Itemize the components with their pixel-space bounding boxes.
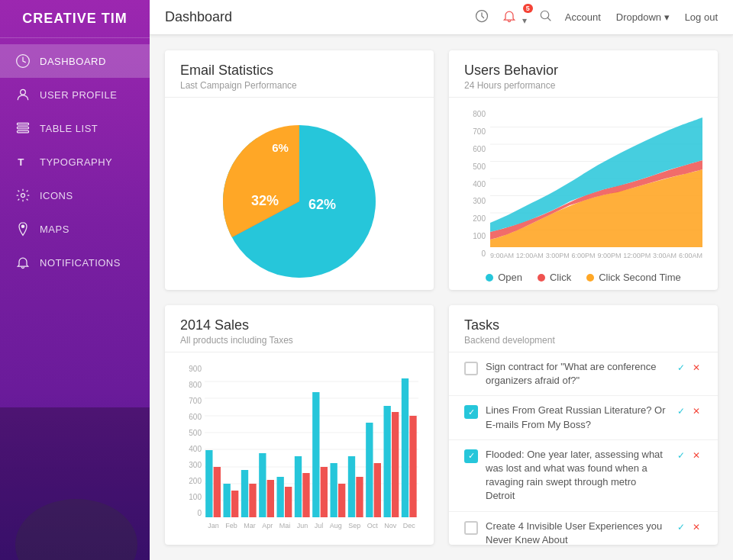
main-area: Dashboard 5 ▾: [150, 0, 733, 560]
sidebar-item-user-profile[interactable]: User Profile: [0, 78, 150, 111]
svg-rect-42: [302, 473, 309, 517]
task-1-checkbox[interactable]: [464, 362, 478, 375]
users-behavior-header: Users Behavior 24 Hours performance: [449, 50, 718, 98]
svg-rect-41: [295, 456, 302, 517]
sidebar-item-dashboard[interactable]: Dashboard: [0, 44, 150, 78]
sidebar-item-notifications[interactable]: Notifications: [0, 246, 150, 279]
svg-rect-31: [205, 450, 212, 517]
legend-open-b: Open: [486, 272, 522, 283]
svg-rect-36: [249, 484, 256, 517]
users-behavior-body: 0 100 200 300 400 500 600 700 800: [449, 98, 718, 290]
tasks-title: Tasks: [464, 317, 702, 333]
task-1-delete-button[interactable]: ✕: [690, 362, 702, 374]
list-icon: [15, 121, 31, 136]
tasks-list: Sign contract for "What are conference o…: [449, 352, 718, 545]
task-4-edit-button[interactable]: ✓: [675, 521, 687, 533]
legend-click-second-dot: [586, 274, 594, 282]
notification-bell-icon[interactable]: 5 ▾: [502, 8, 526, 27]
task-2-edit-button[interactable]: ✓: [675, 405, 687, 417]
content-area: Email Statistics Last Campaign Performan…: [150, 35, 733, 560]
svg-rect-34: [231, 491, 238, 517]
task-item-4: Create 4 Invisible User Experiences you …: [449, 512, 718, 546]
task-item-1: Sign contract for "What are conference o…: [449, 352, 718, 396]
settings-icon: [15, 188, 31, 203]
dropdown-link[interactable]: Dropdown ▾: [616, 11, 670, 23]
dashboard-topbar-icon[interactable]: [474, 8, 489, 27]
email-stats-card: Email Statistics Last Campaign Performan…: [165, 50, 434, 290]
task-2-actions: ✓ ✕: [675, 405, 702, 417]
pie-chart: 62% 32% 6%: [223, 125, 376, 278]
page-title: Dashboard: [165, 9, 462, 25]
legend-open-b-dot: [486, 274, 493, 282]
area-chart: [490, 110, 702, 247]
task-4-text: Create 4 Invisible User Experiences you …: [486, 520, 667, 546]
bar-y-labels: 0 100 200 300 400 500 600 700 800 900: [180, 365, 202, 529]
sales-card: 2014 Sales All products including Taxes …: [165, 305, 434, 545]
users-behavior-subtitle: 24 Hours performance: [464, 80, 702, 91]
task-3-checkbox[interactable]: [464, 449, 478, 463]
svg-rect-4: [18, 130, 29, 133]
svg-rect-52: [392, 412, 399, 517]
topbar: Dashboard 5 ▾: [150, 0, 733, 35]
task-4-checkbox[interactable]: [464, 521, 478, 535]
task-1-actions: ✓ ✕: [675, 362, 702, 374]
svg-rect-2: [18, 123, 29, 125]
svg-rect-39: [277, 477, 284, 517]
sidebar-item-icons[interactable]: Icons: [0, 179, 150, 212]
task-item-3: Flooded: One year later, assessing what …: [449, 440, 718, 512]
task-2-delete-button[interactable]: ✕: [690, 405, 702, 417]
account-link[interactable]: Account: [565, 11, 601, 23]
task-3-edit-button[interactable]: ✓: [675, 449, 687, 462]
dashboard-icon: [15, 53, 31, 69]
pie-chart-wrap: 62% 32% 6%: [180, 110, 418, 285]
svg-rect-46: [338, 484, 345, 517]
sidebar-item-table-list[interactable]: Table List: [0, 111, 150, 145]
svg-rect-35: [241, 470, 248, 517]
location-icon: [15, 221, 31, 237]
legend-click-dot: [538, 274, 545, 282]
task-4-delete-button[interactable]: ✕: [690, 521, 702, 533]
behavior-legend: Open Click Click Second Time: [464, 266, 702, 289]
sidebar: CREATIVE TIM Dashboard User Profile Tabl…: [0, 0, 150, 560]
task-3-text: Flooded: One year later, assessing what …: [486, 448, 667, 504]
tasks-header: Tasks Backend development: [449, 305, 718, 352]
task-2-text: Lines From Great Russian Literature? Or …: [486, 404, 667, 431]
svg-text:62%: 62%: [308, 197, 336, 212]
task-1-text: Sign contract for "What are conference o…: [486, 360, 667, 388]
svg-rect-44: [321, 467, 328, 517]
task-2-checkbox[interactable]: [464, 405, 478, 419]
bar-chart: [205, 365, 418, 517]
email-stats-body: 62% 32% 6% Open Bounce: [165, 98, 434, 290]
bell-icon: [15, 255, 31, 270]
person-icon: [15, 87, 31, 102]
email-stats-header: Email Statistics Last Campaign Performan…: [165, 50, 434, 98]
bar-chart-container: 0 100 200 300 400 500 600 700 800 900: [180, 365, 418, 529]
svg-rect-32: [214, 467, 221, 517]
search-icon[interactable]: [539, 9, 553, 26]
sidebar-item-maps[interactable]: Maps: [0, 212, 150, 246]
sidebar-item-typography[interactable]: T Typography: [0, 145, 150, 179]
task-4-actions: ✓ ✕: [675, 521, 702, 533]
svg-rect-40: [285, 487, 292, 517]
svg-text:32%: 32%: [251, 193, 279, 208]
bar-x-labels: Jan Feb Mar Apr Mai Jun Jul Aug Sep Oct …: [205, 522, 418, 529]
y-axis-labels: 0 100 200 300 400 500 600 700 800: [464, 110, 486, 259]
notification-badge: 5: [523, 4, 533, 13]
sales-body: 0 100 200 300 400 500 600 700 800 900: [165, 352, 434, 542]
task-3-delete-button[interactable]: ✕: [690, 449, 702, 462]
bar-chart-svg-wrap: Jan Feb Mar Apr Mai Jun Jul Aug Sep Oct …: [205, 365, 418, 529]
svg-text:T: T: [18, 156, 24, 168]
svg-text:6%: 6%: [272, 141, 289, 154]
svg-rect-49: [366, 423, 373, 517]
task-item-2: Lines From Great Russian Literature? Or …: [449, 396, 718, 439]
sidebar-nav: Dashboard User Profile Table List T Typo…: [0, 38, 150, 560]
svg-rect-38: [267, 480, 274, 517]
tasks-subtitle: Backend development: [464, 335, 702, 346]
brand-logo: CREATIVE TIM: [0, 0, 150, 38]
svg-rect-33: [224, 484, 231, 517]
email-stats-subtitle: Last Campaign Performance: [180, 80, 418, 91]
logout-link[interactable]: Log out: [685, 11, 718, 23]
email-legend: Open Bounce Unsubscribe: [180, 285, 418, 290]
task-1-edit-button[interactable]: ✓: [675, 362, 687, 374]
x-axis-labels: 9:00AM 12:00AM 3:00PM 6:00PM 9:00PM 12:0…: [490, 252, 702, 259]
